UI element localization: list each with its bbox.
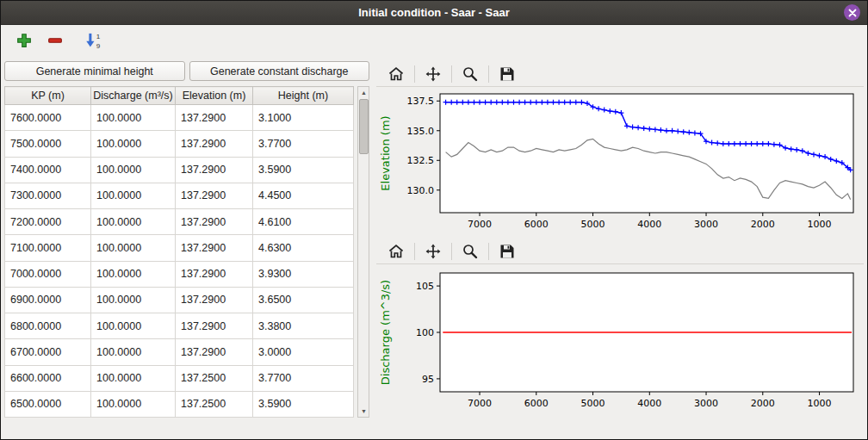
table-cell[interactable]: 7600.0000: [5, 105, 91, 131]
pan-button[interactable]: [420, 63, 446, 85]
table-cell[interactable]: 100.0000: [91, 365, 176, 391]
table-cell[interactable]: 3.3800: [253, 313, 354, 339]
table-cell[interactable]: 7500.0000: [5, 131, 91, 157]
table-cell[interactable]: 100.0000: [91, 183, 176, 208]
elevation-chart-toolbar: [376, 61, 864, 87]
generate-constant-discharge-button[interactable]: Generate constant discharge: [189, 61, 370, 81]
table-cell[interactable]: 137.2900: [176, 157, 253, 183]
table-cell[interactable]: 100.0000: [91, 235, 176, 261]
table-cell[interactable]: 3.7700: [253, 131, 354, 157]
close-icon: [848, 9, 857, 17]
toolbar-divider: [451, 65, 452, 83]
table-cell[interactable]: 137.2900: [176, 105, 253, 131]
table-cell[interactable]: 3.9300: [253, 261, 354, 287]
table-cell[interactable]: 100.0000: [91, 105, 176, 131]
pan-button[interactable]: [420, 240, 446, 263]
table-cell[interactable]: 137.2900: [176, 183, 253, 208]
add-icon: [16, 33, 32, 48]
sort-button[interactable]: 1 9: [82, 29, 104, 52]
table-cell[interactable]: 137.2900: [176, 313, 253, 339]
elevation-chart[interactable]: 7000600050004000300020001000130.0132.513…: [376, 87, 864, 235]
table-cell[interactable]: 7300.0000: [5, 183, 91, 208]
table-cell[interactable]: 100.0000: [91, 209, 176, 235]
initial-condition-panel: Generate minimal height Generate constan…: [4, 58, 369, 436]
table-cell[interactable]: 7100.0000: [5, 235, 91, 261]
table-cell[interactable]: 3.7700: [253, 365, 354, 391]
svg-text:95: 95: [422, 374, 434, 385]
table-cell[interactable]: 6900.0000: [5, 287, 91, 313]
table-cell[interactable]: 137.2500: [176, 391, 253, 417]
save-button[interactable]: [494, 63, 520, 85]
table-cell[interactable]: 137.2900: [176, 131, 253, 157]
svg-text:137.5: 137.5: [407, 96, 435, 107]
title-bar[interactable]: Initial condition - Saar - Saar: [1, 1, 867, 25]
table-cell[interactable]: 100.0000: [91, 157, 176, 183]
toolbar-divider: [414, 243, 415, 260]
table-cell[interactable]: 3.0000: [253, 339, 354, 365]
table-cell[interactable]: 100.0000: [91, 391, 176, 417]
table-row: 6500.0000100.0000137.25003.5900: [5, 391, 354, 417]
table-cell[interactable]: 7400.0000: [5, 157, 91, 183]
discharge-chart[interactable]: 700060005000400030002000100095100105Disc…: [376, 264, 864, 416]
table-cell[interactable]: 3.5900: [253, 157, 354, 183]
table-cell[interactable]: 137.2900: [176, 339, 253, 365]
close-button[interactable]: [844, 4, 860, 21]
zoom-button[interactable]: [457, 63, 483, 85]
home-button[interactable]: [383, 240, 409, 263]
table-cell[interactable]: 4.4500: [253, 183, 354, 208]
table-cell[interactable]: 7000.0000: [5, 261, 91, 287]
generate-minimal-height-button[interactable]: Generate minimal height: [4, 61, 185, 81]
column-header[interactable]: KP (m): [5, 87, 91, 105]
column-header[interactable]: Elevation (m): [176, 87, 253, 105]
scrollbar-thumb[interactable]: [359, 99, 369, 154]
svg-text:135.0: 135.0: [407, 126, 435, 137]
scroll-up-button[interactable]: ▲: [358, 87, 369, 98]
table-cell[interactable]: 6600.0000: [5, 365, 91, 391]
table-cell[interactable]: 137.2900: [176, 235, 253, 261]
table-cell[interactable]: 100.0000: [91, 287, 176, 313]
scroll-down-button[interactable]: ▼: [358, 406, 369, 417]
table-cell[interactable]: 4.6100: [253, 209, 354, 235]
table-cell[interactable]: 137.2900: [176, 287, 253, 313]
add-row-button[interactable]: [13, 29, 35, 52]
sort-ascending-icon: 1 9: [84, 32, 102, 49]
svg-text:9: 9: [96, 42, 101, 49]
column-header[interactable]: Height (m): [253, 87, 354, 105]
window-title: Initial condition - Saar - Saar: [358, 6, 510, 19]
table-cell[interactable]: 137.2900: [176, 261, 253, 287]
home-button[interactable]: [383, 63, 409, 85]
table-cell[interactable]: 3.6500: [253, 287, 354, 313]
zoom-button[interactable]: [457, 240, 483, 263]
svg-text:3000: 3000: [694, 219, 718, 230]
toolbar-divider: [488, 65, 489, 83]
pan-icon: [425, 65, 442, 83]
table-cell[interactable]: 7200.0000: [5, 209, 91, 235]
save-button[interactable]: [494, 240, 520, 263]
table-scrollbar[interactable]: ▲ ▼: [357, 86, 369, 418]
zoom-icon: [462, 243, 479, 260]
remove-row-button[interactable]: [44, 29, 66, 52]
table-cell[interactable]: 137.2500: [176, 365, 253, 391]
table-cell[interactable]: 100.0000: [91, 313, 176, 339]
table-cell[interactable]: 100.0000: [91, 131, 176, 157]
toolbar-divider: [488, 243, 489, 260]
table-cell[interactable]: 3.1000: [253, 105, 354, 131]
svg-text:5000: 5000: [581, 219, 605, 230]
svg-text:5000: 5000: [581, 398, 605, 409]
table-cell[interactable]: 100.0000: [91, 339, 176, 365]
table-row: 7100.0000100.0000137.29004.6300: [5, 235, 354, 261]
svg-text:Discharge (m^3/s): Discharge (m^3/s): [379, 280, 392, 385]
column-header[interactable]: Discharge (m³/s): [91, 87, 176, 105]
table-cell[interactable]: 4.6300: [253, 235, 354, 261]
table-cell[interactable]: 6700.0000: [5, 339, 91, 365]
table-cell[interactable]: 6500.0000: [5, 391, 91, 417]
table-row: 7200.0000100.0000137.29004.6100: [5, 209, 354, 235]
svg-text:1000: 1000: [808, 219, 832, 230]
discharge-chart-toolbar: [376, 239, 864, 264]
table-row: 6600.0000100.0000137.25003.7700: [5, 365, 354, 391]
table-cell[interactable]: 137.2900: [176, 209, 253, 235]
table-cell[interactable]: 6800.0000: [5, 313, 91, 339]
table-cell[interactable]: 100.0000: [91, 261, 176, 287]
table-cell[interactable]: 3.5900: [253, 391, 354, 417]
window: Initial condition - Saar - Saar 1 9: [0, 0, 868, 440]
